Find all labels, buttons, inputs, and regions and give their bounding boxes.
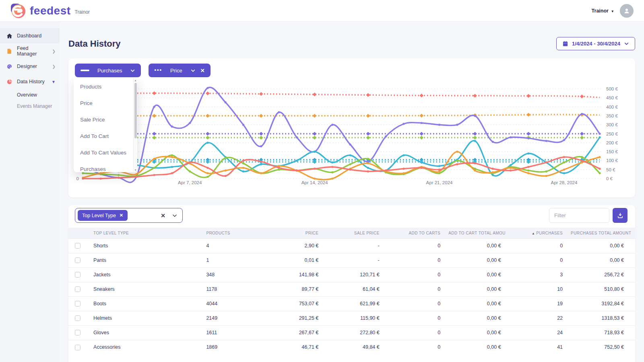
cell-purchases: 3 (505, 267, 567, 282)
column-header-purchases[interactable]: ▲PURCHASES (505, 228, 567, 239)
cell-price: 46,71 € (262, 340, 322, 354)
main-content: Data History 1/4/2024 - 30/4/2024 Purcha… (60, 22, 644, 362)
dropdown-option-add-to-cart-values[interactable]: Add To Cart Values (74, 144, 137, 161)
solid-line-icon (80, 70, 89, 71)
column-header-price[interactable]: PRICE (262, 228, 322, 239)
app-header: feedest Trainor Trainor ▾ (0, 0, 644, 22)
row-checkbox[interactable] (75, 243, 80, 249)
chip-remove-icon[interactable]: ✕ (120, 213, 123, 218)
row-checkbox[interactable] (75, 330, 80, 335)
palette-icon (6, 64, 12, 70)
y-axis-tick: 250 € (606, 132, 618, 136)
y-axis-tick: 50 € (606, 167, 615, 172)
metric-pill-purchases[interactable]: Purchases (75, 64, 141, 77)
sidebar-item-label: Feed Manager (17, 45, 48, 57)
cell-add-to-carts: 0 (384, 253, 444, 267)
table-row: Accessories186946,71 €49,84 €00,00 €4175… (68, 340, 635, 354)
brand[interactable]: feedest Trainor (10, 3, 90, 19)
sidebar-item-feed-manager[interactable]: Feed Manager❯ (0, 43, 60, 59)
cell-price: 89,77 € (262, 282, 322, 296)
line-chart: 0 €50 €100 €150 €200 €250 €300 €350 €400… (68, 78, 622, 193)
cell-purchases-total-amount: 3192,84 € (567, 296, 635, 311)
y-axis-tick: 0 € (606, 176, 613, 181)
filter-input[interactable] (549, 208, 609, 223)
cell-purchases: 19 (505, 296, 567, 311)
column-header-top-level-type[interactable]: TOP LEVEL TYPE (87, 228, 200, 239)
dotted-line-icon: ••• (154, 67, 162, 73)
y-axis-tick: 450 € (606, 95, 618, 100)
cell-purchases: 10 (505, 282, 567, 296)
date-range-picker[interactable]: 1/4/2024 - 30/4/2024 (556, 37, 635, 50)
pie-chart-icon (6, 79, 12, 85)
column-header-add-to-cart-total-amount[interactable]: ADD TO CART TOTAL AMOUNT (444, 228, 505, 239)
user-icon (623, 7, 630, 14)
type-filter-chip-label: Top Level Type (82, 213, 116, 218)
row-checkbox[interactable] (75, 345, 80, 350)
dropdown-option-products[interactable]: Products (74, 78, 137, 95)
clear-filter-icon[interactable]: ✕ (161, 212, 165, 219)
download-button[interactable] (613, 208, 627, 223)
chevron-down-icon[interactable] (172, 213, 178, 218)
column-header-purchases-total-amount[interactable]: PURCHASES TOTAL AMOUNT (567, 228, 635, 239)
chevron-down-icon[interactable] (190, 68, 196, 73)
type-filter-select[interactable]: Top Level Type ✕ ✕ (75, 208, 183, 223)
dropdown-scrollbar[interactable]: ▴▾ (133, 78, 137, 172)
scroll-up-icon[interactable]: ▴ (135, 78, 136, 82)
row-checkbox[interactable] (75, 257, 80, 263)
column-header-add-to-carts[interactable]: ADD TO CARTS (384, 228, 444, 239)
table-row: Boots4044753,07 €621,99 €00,00 €193192,8… (68, 296, 635, 311)
dropdown-option-sale-price[interactable]: Sale Price (74, 111, 137, 128)
metric-pill-label: Price (166, 68, 186, 74)
cell-add-to-cart-total-amount: 0,00 € (444, 340, 505, 354)
dropdown-option-add-to-cart[interactable]: Add To Cart (74, 128, 137, 144)
cell-sale-price: - (322, 239, 383, 253)
scrollbar-thumb[interactable] (134, 83, 137, 138)
column-header-products[interactable]: PRODUCTS (200, 228, 262, 239)
download-icon (617, 212, 623, 219)
x-axis-tick: Apr 21, 2024 (426, 180, 453, 185)
cell-purchases-total-amount: 718,93 € (567, 325, 635, 340)
cell-products: 4 (200, 239, 262, 253)
sidebar-item-data-history[interactable]: Data History▼ (0, 74, 60, 89)
cell-sale-price: - (322, 253, 383, 267)
table-card: Top Level Type ✕ ✕ TOP LEVEL TYPEPRODUCT… (68, 205, 635, 362)
cell-top-level-type: Gloves (87, 325, 200, 340)
row-checkbox[interactable] (75, 286, 80, 292)
cell-purchases: 24 (505, 325, 567, 340)
chevron-right-icon: ❯ (52, 49, 56, 53)
sidebar-item-designer[interactable]: Designer❯ (0, 59, 60, 74)
cell-add-to-cart-total-amount: 0,00 € (444, 267, 505, 282)
file-icon (6, 48, 12, 54)
dropdown-option-price[interactable]: Price (74, 95, 137, 111)
workspace-label: Trainor (75, 9, 90, 15)
cell-top-level-type: Sneakers (87, 282, 200, 296)
chevron-down-icon[interactable] (130, 68, 135, 73)
cell-add-to-carts: 0 (384, 267, 444, 282)
row-checkbox[interactable] (75, 315, 80, 321)
avatar[interactable] (620, 4, 634, 18)
page-title: Data History (68, 39, 121, 49)
sidebar-subitem-events-manager[interactable]: Events Manager (0, 101, 60, 112)
type-filter-chip: Top Level Type ✕ (78, 210, 128, 221)
cell-add-to-cart-total-amount: 0,00 € (444, 311, 505, 325)
metric-pill-price[interactable]: •••Price✕ (149, 64, 210, 77)
row-checkbox[interactable] (75, 272, 80, 278)
table-row: Sneakers117889,77 €61,04 €00,00 €10510,8… (68, 282, 635, 296)
dropdown-option-purchases[interactable]: Purchases (74, 161, 137, 172)
cell-add-to-cart-total-amount: 0,00 € (444, 296, 505, 311)
sidebar-subitem-overview[interactable]: Overview (0, 89, 60, 101)
column-header-sale-price[interactable]: SALE PRICE (322, 228, 383, 239)
sidebar-item-label: Designer (17, 64, 37, 69)
home-icon (6, 33, 12, 39)
cell-purchases-total-amount: 0,00 € (567, 239, 635, 253)
cell-top-level-type: Boots (87, 296, 200, 311)
remove-metric-icon[interactable]: ✕ (200, 68, 205, 74)
cell-purchases: 41 (505, 340, 567, 354)
user-menu-dropdown[interactable]: Trainor ▾ (592, 8, 613, 14)
chart-card: Purchases•••Price✕ ProductsPriceSale Pri… (68, 58, 635, 197)
cell-price: 267,67 € (262, 325, 322, 340)
chevron-down-icon: ▼ (52, 80, 56, 84)
row-checkbox[interactable] (75, 301, 80, 306)
sidebar-item-dashboard[interactable]: Dashboard (0, 28, 60, 43)
cell-price: 291,25 € (262, 311, 322, 325)
